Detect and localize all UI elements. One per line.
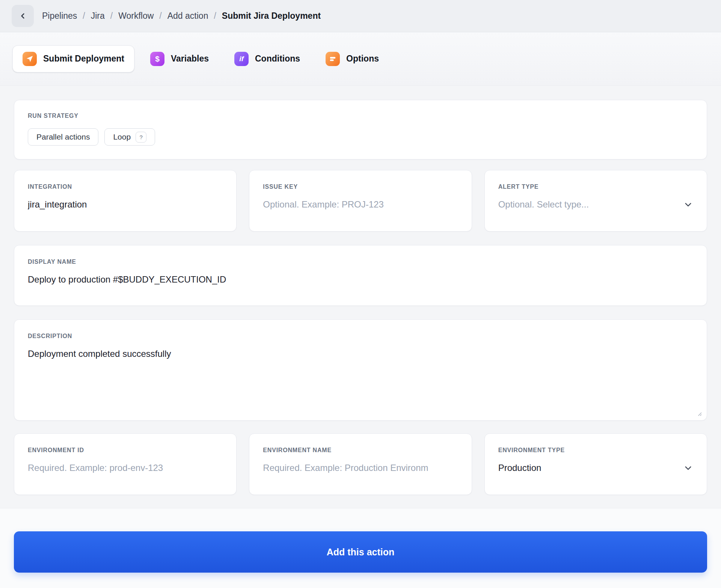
breadcrumb-item-add-action[interactable]: Add action (167, 11, 208, 21)
if-glyph: if (239, 55, 244, 63)
breadcrumb-item-jira[interactable]: Jira (91, 11, 105, 21)
environment-name-input[interactable] (263, 463, 458, 473)
breadcrumb-bar: Pipelines / Jira / Workflow / Add action… (0, 0, 721, 32)
description-field-card: DESCRIPTION Deployment completed success… (14, 319, 707, 421)
breadcrumb-separator: / (159, 11, 161, 21)
if-badge-icon: if (234, 52, 249, 66)
breadcrumb-separator: / (110, 11, 113, 21)
chevron-left-icon (18, 12, 27, 20)
breadcrumb: Pipelines / Jira / Workflow / Add action… (42, 11, 321, 21)
alert-type-field-card: ALERT TYPE Optional. Select type... (484, 170, 707, 232)
action-form: RUN STRATEGY Parallel actions Loop ? INT… (0, 86, 721, 508)
loop-button[interactable]: Loop ? (104, 128, 155, 146)
alert-type-label: ALERT TYPE (498, 183, 693, 190)
form-footer: Add this action (0, 508, 721, 588)
display-name-field-card: DISPLAY NAME (14, 245, 707, 306)
resize-handle-icon[interactable] (696, 411, 702, 416)
run-strategy-card: RUN STRATEGY Parallel actions Loop ? (14, 100, 707, 159)
chevron-down-icon (683, 200, 693, 210)
environment-type-select[interactable]: Production (498, 463, 693, 473)
sliders-badge-icon (326, 52, 340, 66)
alert-type-select[interactable]: Optional. Select type... (498, 199, 693, 210)
issue-key-field-card: ISSUE KEY (249, 170, 472, 232)
deployment-send-icon (23, 52, 37, 66)
environment-type-label: ENVIRONMENT TYPE (498, 447, 693, 454)
environment-name-label: ENVIRONMENT NAME (263, 447, 458, 454)
breadcrumb-item-pipelines[interactable]: Pipelines (42, 11, 77, 21)
alert-type-placeholder: Optional. Select type... (498, 199, 589, 210)
tab-variables[interactable]: $ Variables (140, 45, 219, 72)
action-tabs: Submit Deployment $ Variables if Conditi… (0, 32, 721, 86)
issue-key-input[interactable] (263, 199, 458, 210)
breadcrumb-separator: / (214, 11, 216, 21)
breadcrumb-separator: / (83, 11, 85, 21)
integration-input[interactable] (28, 199, 223, 210)
environment-type-value: Production (498, 463, 542, 473)
environment-id-input[interactable] (28, 463, 223, 473)
tab-conditions[interactable]: if Conditions (225, 45, 310, 72)
loop-label: Loop (113, 132, 131, 141)
help-icon[interactable]: ? (136, 132, 146, 143)
breadcrumb-item-workflow[interactable]: Workflow (118, 11, 154, 21)
integration-field-card: INTEGRATION (14, 170, 237, 232)
chevron-down-icon (683, 463, 693, 473)
tab-label: Options (346, 54, 379, 64)
parallel-actions-button[interactable]: Parallel actions (28, 128, 98, 146)
form-row-2: ENVIRONMENT ID ENVIRONMENT NAME ENVIRONM… (14, 433, 707, 495)
tab-label: Variables (171, 54, 209, 64)
parallel-actions-label: Parallel actions (36, 132, 90, 141)
dollar-badge-icon: $ (150, 52, 164, 66)
environment-id-field-card: ENVIRONMENT ID (14, 433, 237, 495)
environment-id-label: ENVIRONMENT ID (28, 447, 223, 454)
tab-submit-deployment[interactable]: Submit Deployment (12, 45, 134, 72)
description-label: DESCRIPTION (28, 333, 693, 340)
run-strategy-label: RUN STRATEGY (28, 113, 693, 119)
dollar-glyph: $ (155, 54, 160, 63)
environment-type-field-card: ENVIRONMENT TYPE Production (484, 433, 707, 495)
environment-name-field-card: ENVIRONMENT NAME (249, 433, 472, 495)
run-strategy-options: Parallel actions Loop ? (28, 128, 693, 146)
tab-label: Submit Deployment (43, 54, 124, 64)
integration-label: INTEGRATION (28, 183, 223, 190)
add-action-button[interactable]: Add this action (14, 531, 707, 573)
tab-options[interactable]: Options (316, 45, 389, 72)
display-name-label: DISPLAY NAME (28, 259, 693, 265)
breadcrumb-current: Submit Jira Deployment (222, 11, 321, 21)
issue-key-label: ISSUE KEY (263, 183, 458, 190)
tab-label: Conditions (255, 54, 300, 64)
display-name-input[interactable] (28, 274, 693, 285)
back-button[interactable] (12, 5, 34, 27)
form-row-1: INTEGRATION ISSUE KEY ALERT TYPE Optiona… (14, 170, 707, 232)
description-textarea[interactable]: Deployment completed successfully (28, 349, 693, 406)
